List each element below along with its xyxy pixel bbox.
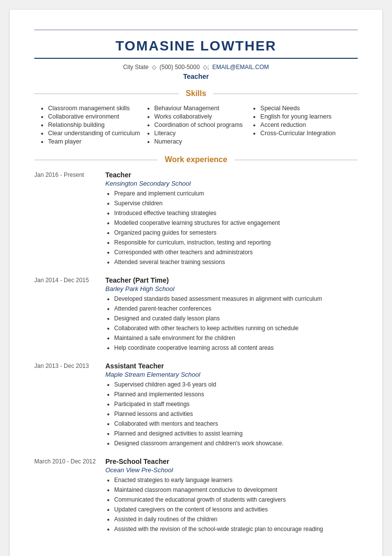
work-content-2: Teacher (Part Time) Barley Park High Sch… bbox=[105, 276, 358, 353]
skills-col-1: Classroom management skills Collaborativ… bbox=[39, 105, 141, 146]
work-bullet: Planned and designed activities to assis… bbox=[114, 429, 358, 438]
work-bullet: Modelled cooperative learning structures… bbox=[114, 218, 358, 227]
skill-item: Works collaboratively bbox=[154, 113, 247, 120]
skills-col-3: Special Needs English for young learners… bbox=[251, 105, 353, 146]
work-content-1: Teacher Kensington Secondary School Prep… bbox=[105, 171, 358, 267]
work-role-3: Assistant Teacher bbox=[105, 362, 358, 370]
work-school-3: Maple Stream Elementary School bbox=[105, 371, 358, 378]
work-title: Work experience bbox=[158, 155, 234, 164]
skill-item: Special Needs bbox=[260, 105, 353, 112]
skill-item: Classroom management skills bbox=[48, 105, 141, 112]
work-bullet: Prepare and implement curriculum bbox=[114, 189, 358, 198]
work-bullet: Maintained classroom management conduciv… bbox=[114, 485, 358, 494]
name-underline bbox=[34, 58, 358, 59]
skill-item: Team player bbox=[48, 138, 141, 145]
work-bullet: Designed and curated daily lesson plans bbox=[114, 314, 358, 323]
work-section: Jan 2016 - Present Teacher Kensington Se… bbox=[34, 171, 358, 534]
job-title: Teacher bbox=[34, 73, 358, 80]
skill-item: Collaborative environment bbox=[48, 113, 141, 120]
work-date-2: Jan 2014 - Dec 2015 bbox=[34, 276, 105, 353]
work-bullet: Designed classroom arrangement and child… bbox=[114, 439, 358, 448]
skills-col-2: Behaviour Management Works collaborative… bbox=[146, 105, 247, 146]
work-section-header: Work experience bbox=[34, 155, 358, 164]
work-bullet: Responsible for curriculum, instruction,… bbox=[114, 238, 358, 247]
skill-item: Coordination of school programs bbox=[154, 121, 247, 128]
skill-item: Relationship building bbox=[48, 121, 141, 128]
work-bullet: Supervised children aged 3-6 years old bbox=[114, 380, 358, 389]
skills-left-line bbox=[34, 94, 179, 94]
work-date-1: Jan 2016 - Present bbox=[34, 171, 105, 267]
skills-right-line bbox=[213, 94, 358, 94]
work-bullet: Communicated the educational growth of s… bbox=[114, 495, 358, 504]
skills-grid: Classroom management skills Collaborativ… bbox=[34, 105, 358, 146]
skill-item: Accent reduction bbox=[260, 121, 353, 128]
work-bullet: Enacted strategies to early language lea… bbox=[114, 476, 358, 484]
work-date-4: March 2010 - Dec 2012 bbox=[34, 458, 105, 534]
skill-item: Behaviour Management bbox=[154, 105, 247, 112]
work-content-4: Pre-School Teacher Ocean View Pre-School… bbox=[105, 458, 358, 534]
work-bullet: Planned lessons and activities bbox=[114, 410, 358, 418]
email-link[interactable]: EMAIL@EMAIL.COM bbox=[212, 64, 269, 71]
work-bullet: Introduced effective teaching strategies bbox=[114, 209, 358, 218]
candidate-name: TOMASINE LOWTHER bbox=[34, 38, 358, 54]
work-bullet: Assisted in daily routines of the childr… bbox=[114, 515, 358, 524]
work-role-2: Teacher (Part Time) bbox=[105, 276, 358, 284]
skills-title: Skills bbox=[179, 89, 213, 98]
work-bullet: Help coordinate cooperative learning acr… bbox=[114, 343, 358, 352]
work-bullet: Organized pacing guides for semesters bbox=[114, 228, 358, 237]
work-school-4: Ocean View Pre-School bbox=[105, 466, 358, 474]
work-bullet: Assisted with the revision of the school… bbox=[114, 525, 358, 533]
work-date-3: Jan 2013 - Dec 2013 bbox=[34, 362, 105, 449]
work-bullet: Attended parent-teacher conferences bbox=[114, 304, 358, 313]
work-bullet: Developed standards based assessment mea… bbox=[114, 294, 358, 303]
work-bullet: Collaborated with mentors and teachers bbox=[114, 419, 358, 428]
work-school-1: Kensington Secondary School bbox=[105, 180, 358, 187]
work-bullet: Participated in staff meetings bbox=[114, 400, 358, 409]
work-left-line bbox=[34, 160, 158, 160]
contact-info: City State ◇ (500) 500-5000 ◇; EMAIL@EMA… bbox=[34, 64, 358, 71]
work-bullet: Maintained a safe environment for the ch… bbox=[114, 334, 358, 342]
work-entry-3: Jan 2013 - Dec 2013 Assistant Teacher Ma… bbox=[34, 362, 358, 449]
work-bullet: Supervise children bbox=[114, 199, 358, 208]
work-content-3: Assistant Teacher Maple Stream Elementar… bbox=[105, 362, 358, 449]
work-bullet: Planned and implemented lessons bbox=[114, 390, 358, 399]
skill-item: Clear understanding of curriculum bbox=[48, 130, 141, 137]
work-role-1: Teacher bbox=[105, 171, 358, 179]
work-bullet: Updated caregivers on the content of les… bbox=[114, 505, 358, 514]
work-entry-2: Jan 2014 - Dec 2015 Teacher (Part Time) … bbox=[34, 276, 358, 353]
work-entry-4: March 2010 - Dec 2012 Pre-School Teacher… bbox=[34, 458, 358, 534]
resume-container: TOMASINE LOWTHER City State ◇ (500) 500-… bbox=[10, 10, 382, 556]
work-bullet: Attended several teacher training sessio… bbox=[114, 258, 358, 266]
work-right-line bbox=[234, 160, 358, 160]
skills-section-header: Skills bbox=[34, 89, 358, 98]
work-bullet: Collaborated with other teachers to keep… bbox=[114, 324, 358, 333]
work-entry-1: Jan 2016 - Present Teacher Kensington Se… bbox=[34, 171, 358, 267]
work-bullet: Corresponded with other teachers and adm… bbox=[114, 248, 358, 257]
work-role-4: Pre-School Teacher bbox=[105, 458, 358, 465]
top-divider bbox=[34, 29, 358, 30]
skill-item: English for young learners bbox=[260, 113, 353, 120]
skill-item: Cross-Curricular Integration bbox=[260, 130, 353, 137]
work-school-2: Barley Park High School bbox=[105, 285, 358, 292]
skill-item: Literacy bbox=[154, 130, 247, 137]
skill-item: Numeracy bbox=[154, 138, 247, 145]
